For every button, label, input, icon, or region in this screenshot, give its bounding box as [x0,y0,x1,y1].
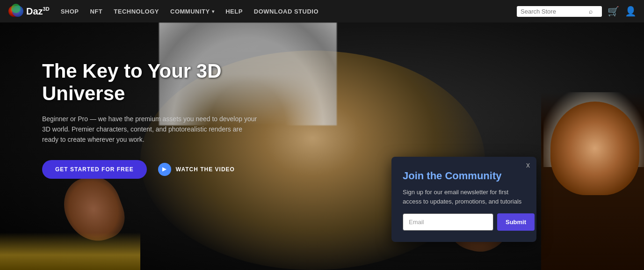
popup-form: Submit [403,213,525,231]
search-icon: ⌕ [589,7,593,15]
popup-description: Sign up for our email newsletter for fir… [403,188,525,206]
bottom-gold-accent [0,233,140,270]
nav-right: ⌕ 🛒 👤 [517,6,637,17]
play-icon: ▶ [158,163,171,176]
daz-logo-icon [7,3,24,20]
logo-superscript: 3D [43,6,50,12]
svg-point-2 [11,4,21,13]
nav-item-community[interactable]: COMMUNITY [170,8,214,15]
hero-section: The Key to Your 3D Universe Beginner or … [0,22,644,270]
get-started-button[interactable]: GET STARTED FOR FREE [42,160,147,179]
nav-item-shop[interactable]: SHOP [61,8,79,15]
watch-video-button[interactable]: ▶ WATCH THE VIDEO [158,163,235,176]
logo[interactable]: Daz3D [7,3,50,20]
hero-title: The Key to Your 3D Universe [42,60,281,105]
nav-item-download-studio[interactable]: DOWNLOAD STUDIO [254,8,318,15]
email-input[interactable] [403,213,493,231]
nav-item-nft[interactable]: NFT [90,8,102,15]
hero-content: The Key to Your 3D Universe Beginner or … [0,22,281,179]
nav-links: SHOP NFT TECHNOLOGY COMMUNITY HELP DOWNL… [61,8,517,15]
navbar: Daz3D SHOP NFT TECHNOLOGY COMMUNITY HELP… [0,0,644,22]
side-character [541,92,644,270]
popup-title: Join the Community [403,170,525,182]
logo-text: Daz3D [26,6,50,17]
nav-item-technology[interactable]: TECHNOLOGY [114,8,159,15]
watch-video-label: WATCH THE VIDEO [176,166,235,173]
submit-button[interactable]: Submit [497,213,535,231]
cart-icon[interactable]: 🛒 [608,6,619,17]
user-icon[interactable]: 👤 [625,6,637,17]
hero-subtitle: Beginner or Pro — we have the premium as… [42,114,257,145]
popup-close-button[interactable]: x [526,161,530,169]
hero-buttons: GET STARTED FOR FREE ▶ WATCH THE VIDEO [42,160,281,179]
search-input[interactable] [521,8,586,15]
side-char-face [550,102,639,195]
search-bar[interactable]: ⌕ [517,6,602,17]
search-button[interactable]: ⌕ [589,8,593,15]
nav-item-help[interactable]: HELP [225,8,243,15]
community-popup: x Join the Community Sign up for our ema… [391,157,536,242]
